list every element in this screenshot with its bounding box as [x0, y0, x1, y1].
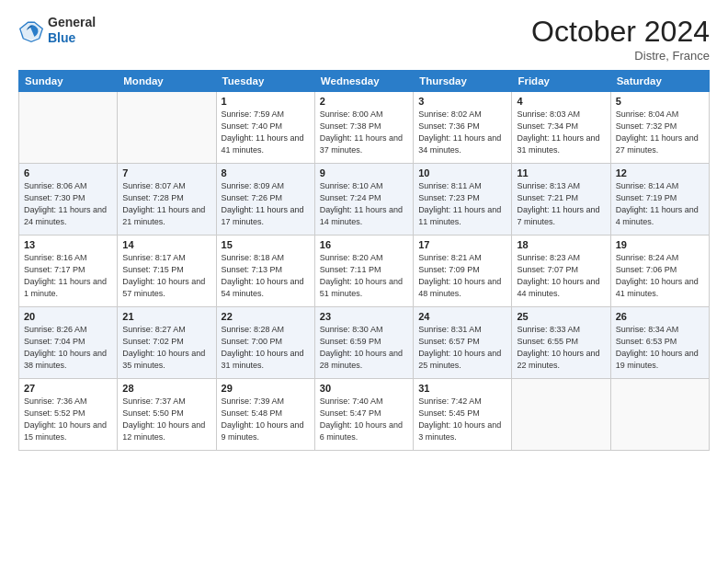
day-number: 28 — [122, 383, 210, 394]
calendar: Sunday Monday Tuesday Wednesday Thursday… — [18, 70, 710, 451]
day-number: 26 — [616, 311, 704, 322]
day-cell: 26Sunrise: 8:34 AMSunset: 6:53 PMDayligh… — [610, 307, 709, 379]
day-cell: 2Sunrise: 8:00 AMSunset: 7:38 PMDaylight… — [314, 92, 413, 164]
day-number: 3 — [418, 96, 506, 107]
day-info: Sunrise: 8:06 AMSunset: 7:30 PMDaylight:… — [24, 180, 112, 228]
day-info: Sunrise: 8:11 AMSunset: 7:23 PMDaylight:… — [418, 180, 506, 228]
day-cell: 23Sunrise: 8:30 AMSunset: 6:59 PMDayligh… — [314, 307, 413, 379]
day-number: 2 — [320, 96, 408, 107]
day-cell: 25Sunrise: 8:33 AMSunset: 6:55 PMDayligh… — [512, 307, 610, 379]
day-info: Sunrise: 8:20 AMSunset: 7:11 PMDaylight:… — [320, 252, 408, 300]
col-tuesday: Tuesday — [216, 71, 314, 92]
day-cell: 1Sunrise: 7:59 AMSunset: 7:40 PMDaylight… — [216, 92, 314, 164]
day-cell: 19Sunrise: 8:24 AMSunset: 7:06 PMDayligh… — [610, 236, 709, 307]
day-cell: 4Sunrise: 8:03 AMSunset: 7:34 PMDaylight… — [512, 92, 610, 164]
logo-icon — [18, 17, 44, 43]
day-number: 15 — [222, 239, 310, 250]
day-info: Sunrise: 8:26 AMSunset: 7:04 PMDaylight:… — [24, 324, 112, 372]
day-cell: 21Sunrise: 8:27 AMSunset: 7:02 PMDayligh… — [118, 307, 216, 379]
day-info: Sunrise: 8:23 AMSunset: 7:07 PMDaylight:… — [517, 252, 605, 300]
day-info: Sunrise: 8:24 AMSunset: 7:06 PMDaylight:… — [616, 252, 704, 300]
day-number: 14 — [122, 239, 210, 250]
logo-text: General Blue — [48, 15, 96, 46]
day-number: 4 — [517, 96, 605, 107]
day-number: 5 — [616, 96, 704, 107]
day-cell: 3Sunrise: 8:02 AMSunset: 7:36 PMDaylight… — [414, 92, 512, 164]
day-info: Sunrise: 7:39 AMSunset: 5:48 PMDaylight:… — [222, 396, 310, 443]
day-cell: 24Sunrise: 8:31 AMSunset: 6:57 PMDayligh… — [414, 307, 512, 379]
day-number: 6 — [24, 167, 112, 178]
day-number: 7 — [122, 167, 210, 178]
day-cell: 6Sunrise: 8:06 AMSunset: 7:30 PMDaylight… — [19, 164, 118, 236]
day-number: 31 — [418, 383, 506, 394]
day-cell: 27Sunrise: 7:36 AMSunset: 5:52 PMDayligh… — [19, 379, 118, 451]
day-info: Sunrise: 8:18 AMSunset: 7:13 PMDaylight:… — [222, 252, 310, 300]
day-number: 29 — [222, 383, 310, 394]
day-cell: 28Sunrise: 7:37 AMSunset: 5:50 PMDayligh… — [118, 379, 216, 451]
day-info: Sunrise: 8:27 AMSunset: 7:02 PMDaylight:… — [122, 324, 210, 372]
day-cell: 11Sunrise: 8:13 AMSunset: 7:21 PMDayligh… — [512, 164, 610, 236]
title-area: October 2024 Distre, France — [531, 15, 710, 63]
day-number: 8 — [222, 167, 310, 178]
day-info: Sunrise: 8:04 AMSunset: 7:32 PMDaylight:… — [616, 109, 704, 156]
header: General Blue October 2024 Distre, France — [18, 15, 710, 63]
day-number: 13 — [24, 239, 112, 250]
day-info: Sunrise: 8:21 AMSunset: 7:09 PMDaylight:… — [418, 252, 506, 300]
day-cell: 9Sunrise: 8:10 AMSunset: 7:24 PMDaylight… — [314, 164, 413, 236]
day-number: 12 — [616, 167, 704, 178]
day-info: Sunrise: 8:02 AMSunset: 7:36 PMDaylight:… — [418, 109, 506, 156]
day-cell: 5Sunrise: 8:04 AMSunset: 7:32 PMDaylight… — [610, 92, 709, 164]
day-cell: 14Sunrise: 8:17 AMSunset: 7:15 PMDayligh… — [118, 236, 216, 307]
day-info: Sunrise: 8:33 AMSunset: 6:55 PMDaylight:… — [517, 324, 605, 372]
day-info: Sunrise: 8:28 AMSunset: 7:00 PMDaylight:… — [222, 324, 310, 372]
logo-line1: General — [48, 15, 96, 30]
day-info: Sunrise: 7:59 AMSunset: 7:40 PMDaylight:… — [222, 109, 310, 156]
day-number: 30 — [320, 383, 408, 394]
week-row-4: 20Sunrise: 8:26 AMSunset: 7:04 PMDayligh… — [19, 307, 710, 379]
day-cell — [118, 92, 216, 164]
day-number: 11 — [517, 167, 605, 178]
col-friday: Friday — [512, 71, 610, 92]
day-info: Sunrise: 8:16 AMSunset: 7:17 PMDaylight:… — [24, 252, 112, 300]
logo: General Blue — [18, 15, 96, 46]
day-cell: 12Sunrise: 8:14 AMSunset: 7:19 PMDayligh… — [610, 164, 709, 236]
day-cell: 18Sunrise: 8:23 AMSunset: 7:07 PMDayligh… — [512, 236, 610, 307]
day-cell: 29Sunrise: 7:39 AMSunset: 5:48 PMDayligh… — [216, 379, 314, 451]
day-number: 20 — [24, 311, 112, 322]
month-title: October 2024 — [531, 15, 710, 49]
header-row: Sunday Monday Tuesday Wednesday Thursday… — [19, 71, 710, 92]
col-wednesday: Wednesday — [314, 71, 413, 92]
day-info: Sunrise: 7:40 AMSunset: 5:47 PMDaylight:… — [320, 396, 408, 443]
day-info: Sunrise: 8:09 AMSunset: 7:26 PMDaylight:… — [222, 180, 310, 228]
day-info: Sunrise: 8:30 AMSunset: 6:59 PMDaylight:… — [320, 324, 408, 372]
day-cell: 7Sunrise: 8:07 AMSunset: 7:28 PMDaylight… — [118, 164, 216, 236]
day-cell: 15Sunrise: 8:18 AMSunset: 7:13 PMDayligh… — [216, 236, 314, 307]
week-row-5: 27Sunrise: 7:36 AMSunset: 5:52 PMDayligh… — [19, 379, 710, 451]
day-cell: 16Sunrise: 8:20 AMSunset: 7:11 PMDayligh… — [314, 236, 413, 307]
day-cell: 17Sunrise: 8:21 AMSunset: 7:09 PMDayligh… — [414, 236, 512, 307]
day-cell: 13Sunrise: 8:16 AMSunset: 7:17 PMDayligh… — [19, 236, 118, 307]
day-info: Sunrise: 7:42 AMSunset: 5:45 PMDaylight:… — [418, 396, 506, 443]
day-number: 25 — [517, 311, 605, 322]
day-cell: 30Sunrise: 7:40 AMSunset: 5:47 PMDayligh… — [314, 379, 413, 451]
day-info: Sunrise: 8:14 AMSunset: 7:19 PMDaylight:… — [616, 180, 704, 228]
day-info: Sunrise: 8:00 AMSunset: 7:38 PMDaylight:… — [320, 109, 408, 156]
day-cell — [610, 379, 709, 451]
day-number: 18 — [517, 239, 605, 250]
day-number: 21 — [122, 311, 210, 322]
day-number: 27 — [24, 383, 112, 394]
col-saturday: Saturday — [610, 71, 709, 92]
day-number: 10 — [418, 167, 506, 178]
day-info: Sunrise: 8:17 AMSunset: 7:15 PMDaylight:… — [122, 252, 210, 300]
day-cell: 8Sunrise: 8:09 AMSunset: 7:26 PMDaylight… — [216, 164, 314, 236]
day-number: 24 — [418, 311, 506, 322]
day-number: 16 — [320, 239, 408, 250]
day-number: 9 — [320, 167, 408, 178]
day-info: Sunrise: 8:07 AMSunset: 7:28 PMDaylight:… — [122, 180, 210, 228]
location: Distre, France — [531, 49, 710, 63]
day-info: Sunrise: 8:34 AMSunset: 6:53 PMDaylight:… — [616, 324, 704, 372]
page: General Blue October 2024 Distre, France… — [0, 0, 728, 563]
day-cell — [512, 379, 610, 451]
week-row-3: 13Sunrise: 8:16 AMSunset: 7:17 PMDayligh… — [19, 236, 710, 307]
col-monday: Monday — [118, 71, 216, 92]
